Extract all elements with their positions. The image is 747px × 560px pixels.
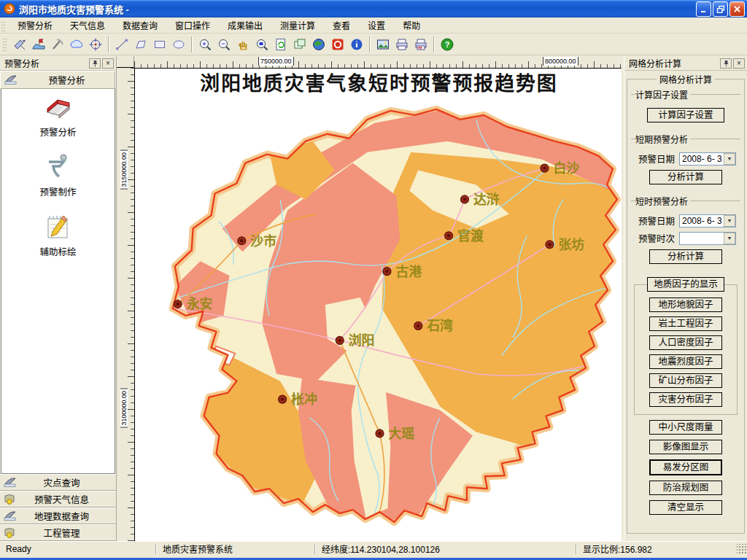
- clear-display-button[interactable]: 清空显示: [649, 500, 722, 515]
- target-button[interactable]: [86, 36, 105, 53]
- map-title: 浏阳地质灾害气象短时预警预报趋势图: [200, 72, 557, 95]
- tool-item-warning-production[interactable]: 预警制作: [39, 152, 76, 198]
- polygon-tool-button[interactable]: [131, 36, 150, 53]
- zoom-in-button[interactable]: [196, 36, 214, 53]
- print-preview-button[interactable]: [411, 36, 430, 53]
- pin-button[interactable]: [89, 58, 101, 69]
- bar-geo-data-query[interactable]: 地理数据查询: [0, 508, 116, 524]
- mine-factor-button[interactable]: 矿山分布因子: [649, 373, 722, 388]
- warning-date-combo[interactable]: 2008- 6- 3▼: [679, 152, 736, 166]
- globe-button[interactable]: [309, 36, 328, 53]
- ruler-label-y2: 3100000.00: [120, 389, 128, 428]
- info-button[interactable]: [347, 36, 366, 53]
- nowcast-date-combo[interactable]: 2008- 6- 3▼: [679, 214, 736, 228]
- restore-button[interactable]: [713, 1, 728, 17]
- chevron-down-icon[interactable]: ▼: [724, 153, 735, 165]
- menu-output[interactable]: 成果输出: [219, 18, 271, 33]
- ellipse-tool-button[interactable]: [169, 36, 188, 53]
- refresh-page-icon: [274, 37, 288, 52]
- satellite-dish-button[interactable]: [10, 36, 29, 53]
- menu-help[interactable]: 帮助: [394, 18, 429, 33]
- title-bar: 浏阳市地质灾害预警系统 -: [0, 0, 747, 18]
- minimize-button[interactable]: [696, 1, 711, 17]
- help-button[interactable]: ?: [438, 36, 457, 53]
- factor-settings-label: 计算因子设置: [635, 88, 690, 101]
- menu-weather-info[interactable]: 天气信息: [61, 18, 114, 33]
- disaster-factor-button[interactable]: 灾害分布因子: [649, 392, 722, 407]
- close-button[interactable]: [729, 1, 745, 17]
- menu-view[interactable]: 查看: [324, 18, 359, 33]
- line-tool-button[interactable]: [112, 36, 131, 53]
- terrain-factor-button[interactable]: 地形地貌因子: [649, 298, 722, 312]
- susceptibility-map-button[interactable]: 易发分区图: [649, 459, 722, 475]
- close-icon: ×: [737, 60, 741, 67]
- panel-close-button[interactable]: ×: [733, 58, 745, 69]
- info-icon: [349, 37, 364, 52]
- section-bar-warning-analysis[interactable]: 预警分析: [0, 71, 116, 89]
- bar-disaster-point-query[interactable]: 灾点查询: [0, 474, 116, 491]
- tool-item-label: 辅助标绘: [39, 244, 76, 258]
- status-system-name: 地质灾害预警系统: [157, 542, 314, 556]
- layers-copy-button[interactable]: [290, 36, 309, 53]
- chevron-down-icon[interactable]: ▼: [724, 233, 735, 244]
- rectangle-tool-button[interactable]: [150, 36, 169, 53]
- menu-settings[interactable]: 设置: [359, 18, 394, 33]
- right-panel-title: 网格分析计算: [629, 57, 719, 69]
- image-view-button[interactable]: [374, 36, 392, 53]
- resize-grip[interactable]: [737, 544, 747, 554]
- bar-project-management[interactable]: 工程管理: [0, 524, 116, 541]
- geo-factor-display-button[interactable]: 地质因子的显示: [647, 277, 724, 292]
- map-canvas[interactable]: 沙市永安白沙达浒官渡张坊古港石湾浏阳枨冲大瑶 浏阳地质灾害气象短时预警预报趋势图: [134, 68, 622, 541]
- seismic-factor-button[interactable]: 地震烈度因子: [649, 354, 722, 369]
- refresh-page-button[interactable]: [271, 36, 290, 53]
- nowcast-time-combo[interactable]: ▼: [679, 232, 736, 245]
- zoom-window-button[interactable]: [252, 36, 271, 53]
- nowcast-analyze-button[interactable]: 分析计算: [649, 249, 722, 264]
- pan-hand-button[interactable]: [233, 36, 252, 53]
- factor-settings-group: 计算因子设置 计算因子设置: [631, 88, 740, 130]
- zoom-out-icon: [217, 37, 231, 52]
- menu-measure[interactable]: 测量计算: [271, 18, 324, 33]
- toolbar-separator: [191, 36, 193, 52]
- short-term-analyze-button[interactable]: 分析计算: [649, 170, 722, 184]
- help-icon: ?: [440, 37, 454, 52]
- menu-window-ops[interactable]: 窗口操作: [166, 18, 219, 33]
- factor-settings-button[interactable]: 计算因子设置: [647, 108, 724, 122]
- ellipse-tool-icon: [171, 37, 186, 52]
- status-bar: Ready 地质灾害预警系统 经纬度:114.230104,28.100126 …: [0, 541, 747, 556]
- pan-hand-icon: [236, 37, 250, 52]
- toolbar-grip[interactable]: [1, 36, 7, 52]
- zoom-out-button[interactable]: [214, 36, 233, 53]
- vertical-ruler: 3150000.00 3100000.00: [117, 68, 134, 541]
- section-bar-label: 预警分析: [18, 73, 115, 87]
- panel-close-button[interactable]: ×: [102, 58, 114, 69]
- menu-grip[interactable]: [0, 20, 6, 31]
- city-label: 枨冲: [291, 392, 317, 407]
- tool-item-warning-analysis[interactable]: 预警分析: [39, 95, 76, 139]
- meso-rainfall-button[interactable]: 中小尺度雨量: [649, 420, 722, 435]
- ruler-label-x2: 800000.00: [543, 57, 578, 66]
- chevron-down-icon[interactable]: ▼: [724, 215, 735, 227]
- stop-icon: [330, 37, 345, 52]
- print-button[interactable]: [392, 36, 411, 53]
- pick-tool-button[interactable]: [48, 36, 67, 53]
- menu-bar: 预警分析 天气信息 数据查询 窗口操作 成果输出 测量计算 查看 设置 帮助: [0, 18, 747, 34]
- imagery-display-button[interactable]: 影像图显示: [649, 440, 722, 454]
- geo-factor-group: 地质因子的显示 地形地貌因子 岩土工程因子 人口密度因子 地震烈度因子 矿山分布…: [634, 277, 738, 415]
- stop-button[interactable]: [328, 36, 347, 53]
- bar-label: 灾点查询: [18, 475, 116, 489]
- menu-data-query[interactable]: 数据查询: [114, 18, 166, 33]
- geotech-factor-button[interactable]: 岩土工程因子: [649, 316, 722, 331]
- terrain-flag-icon: [31, 37, 46, 52]
- bar-warning-weather-info[interactable]: 预警天气信息: [0, 491, 116, 508]
- menu-warning-analysis[interactable]: 预警分析: [9, 18, 61, 33]
- prevention-plan-button[interactable]: 防治规划图: [649, 481, 722, 495]
- short-term-group: 短期预警分析 预警日期 2008- 6- 3▼ 分析计算: [631, 133, 740, 192]
- bar-label: 地理数据查询: [18, 509, 116, 523]
- population-factor-button[interactable]: 人口密度因子: [649, 335, 722, 350]
- tool-item-aux-plotting[interactable]: 辅助标绘: [39, 211, 76, 258]
- terrain-flag-button[interactable]: [29, 36, 48, 53]
- pin-button[interactable]: [720, 58, 732, 69]
- cloud-button[interactable]: [67, 36, 86, 53]
- toolbar: ?: [0, 34, 747, 55]
